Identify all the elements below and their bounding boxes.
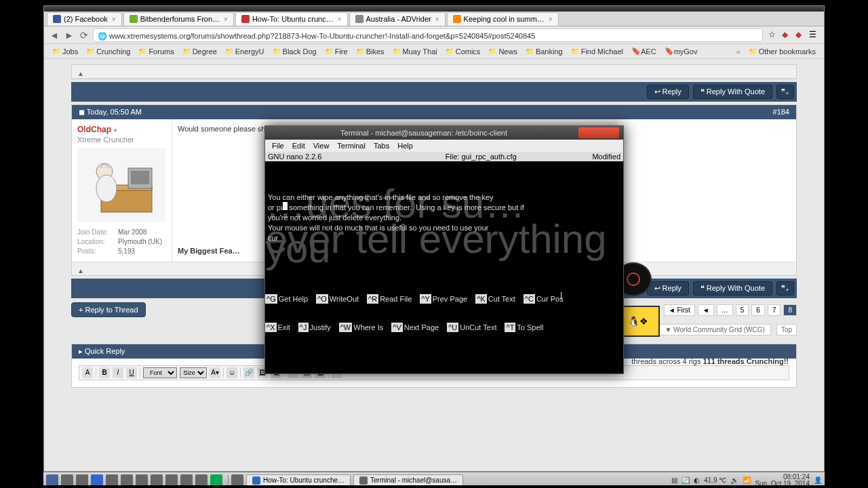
bookmark-news[interactable]: News [484,46,521,57]
bookmark-bikes[interactable]: Bikes [352,46,389,57]
multiquote-button[interactable]: ❞₊ [776,281,794,296]
underline-icon[interactable]: U [126,367,137,378]
quicknav-dropdown[interactable]: ▼ World Community Grid (WCG) [658,324,771,336]
reload-button[interactable]: ⟳ [78,29,90,41]
reply-thread-button[interactable]: + Reply to Thread [71,302,146,317]
app-icon[interactable] [136,474,148,487]
app-icon[interactable] [195,474,208,487]
chevron-icon[interactable]: » [732,46,745,57]
temperature-readout[interactable]: 41.9 ℃ [704,476,726,484]
bookmark-muaythai[interactable]: Muay Thai [389,46,441,57]
italic-icon[interactable]: I [113,367,123,378]
bookmark-comics[interactable]: Comics [441,46,485,57]
bookmark-degree[interactable]: Degree [178,46,221,57]
close-button[interactable] [578,127,619,138]
page-6-link[interactable]: 6 [751,304,765,316]
bookmark-fire[interactable]: Fire [321,46,352,57]
close-icon[interactable]: × [435,16,439,23]
bookmark-findmichael[interactable]: Find Michael [567,46,627,57]
menu-edit[interactable]: Edit [288,142,309,150]
username-link[interactable]: OldChap ● [77,125,166,134]
tab-howto-ubuntu[interactable]: How-To: Ubuntu crunc…× [235,12,348,26]
bookmark-blackdog[interactable]: Black Dog [269,46,321,57]
bookmark-energyu[interactable]: EnergyU [221,46,269,57]
switch-editor-icon[interactable]: A [82,367,93,378]
reply-quote-button[interactable]: ❝ Reply With Quote [693,281,772,296]
bookmark-jobs[interactable]: Jobs [48,46,82,57]
start-menu-icon[interactable] [46,474,58,487]
abp-icon[interactable]: ◆ [782,30,793,41]
font-select[interactable]: Font [143,367,177,378]
smilie-icon[interactable]: ☺ [226,367,237,378]
filemanager-icon[interactable] [61,474,73,487]
prev-page-link[interactable]: ◄ [698,304,714,316]
menu-help[interactable]: Help [393,142,417,150]
close-icon[interactable]: × [549,16,553,23]
app-icon[interactable] [106,474,118,487]
close-icon[interactable]: × [224,16,228,23]
other-bookmarks[interactable]: Other bookmarks [745,46,820,57]
workspace-icon[interactable] [231,474,243,487]
avatar[interactable] [77,148,165,222]
forward-button[interactable]: ► [63,29,75,41]
bookmark-aec[interactable]: 🔖 AEC [627,45,660,57]
tray-icon[interactable]: ▤ [671,476,677,484]
taskbar-app-chrome[interactable]: How-To: Ubuntu crunche… [246,474,351,487]
facebook-icon [53,15,61,23]
bookmark-mygov[interactable]: 🔖 myGov [660,45,702,57]
app-icon[interactable] [121,474,133,487]
app-icon[interactable] [210,474,222,487]
network-icon[interactable]: 📶 [743,476,751,484]
bold-icon[interactable]: B [99,367,110,378]
reply-button[interactable]: ↩ Reply [647,281,689,296]
tab-facebook[interactable]: (2) Facebook× [47,12,122,26]
window-titlebar [44,6,824,12]
nano-version: GNU nano 2.2.6 [268,152,370,161]
watermark-text: ever tell everything you [265,235,623,253]
menu-terminal[interactable]: Terminal [333,142,370,150]
close-icon[interactable]: × [112,16,116,23]
terminal-body[interactable]: …ues for su… ever tell everything you Yo… [265,161,623,351]
volume-icon[interactable]: 🔊 [730,476,738,484]
extension-icon[interactable]: ◆ [795,30,806,41]
app-icon[interactable] [180,474,193,487]
chrome-icon[interactable] [91,474,103,487]
terminal-titlebar[interactable]: Terminal - michael@sausageman: /etc/boin… [265,126,623,140]
first-page-link[interactable]: ◄ First [664,304,695,316]
page-7-link[interactable]: 7 [768,304,781,316]
bookmark-forums[interactable]: Forums [134,46,178,57]
tray-icon[interactable]: 🔄 [682,476,690,484]
menu-file[interactable]: File [268,142,288,150]
page-5-link[interactable]: 5 [736,304,749,316]
page-ellipsis[interactable]: … [717,304,733,316]
nano-action: WriteOut [330,294,367,304]
tab-keeping-cool[interactable]: Keeping cool in summ…× [447,12,559,26]
multiquote-button[interactable]: ❞₊ [776,85,794,99]
tab-advrider[interactable]: Australia - ADVrider× [349,12,446,26]
taskbar-app-terminal[interactable]: Terminal - michael@sausa… [353,474,463,487]
url-input[interactable]: 🌐 www.xtremesystems.org/forums/showthrea… [93,28,763,42]
bookmark-banking[interactable]: Banking [521,46,567,57]
color-icon[interactable]: A▾ [210,367,220,378]
warning-icon: ▲ [77,70,84,77]
bookmark-crunching[interactable]: Crunching [82,46,134,57]
star-icon[interactable]: ☆ [768,30,779,41]
top-link[interactable]: Top [776,324,797,336]
size-select[interactable]: Size [180,367,207,378]
user-icon[interactable]: 👤 [814,476,822,484]
tab-bitbender[interactable]: Bitbenderforums Fron…× [123,12,234,26]
reply-button[interactable]: ↩ Reply [647,85,689,99]
close-icon[interactable]: × [338,16,342,23]
menu-icon[interactable]: ☰ [809,30,820,41]
link-icon[interactable]: 🔗 [243,367,254,378]
terminal-icon[interactable] [76,474,88,487]
menu-tabs[interactable]: Tabs [370,142,393,150]
tray-icon[interactable]: ◐ [694,476,700,484]
back-button[interactable]: ◄ [48,29,60,41]
menu-view[interactable]: View [309,142,334,150]
app-icon[interactable] [151,474,163,487]
terminal-window[interactable]: Terminal - michael@sausageman: /etc/boin… [264,125,624,374]
app-icon[interactable] [165,474,178,487]
reply-quote-button[interactable]: ❝ Reply With Quote [693,85,772,99]
post-number[interactable]: #184 [773,108,789,117]
